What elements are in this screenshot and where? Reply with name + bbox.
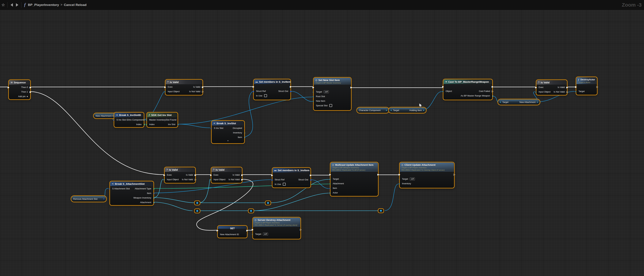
reroute-node[interactable]	[378, 209, 384, 213]
exec-in-pin[interactable]	[164, 86, 166, 88]
breadcrumb-root[interactable]: BP_PlayerInventory	[28, 3, 59, 7]
object-in-pin[interactable]	[312, 95, 314, 97]
object-out-pin[interactable]	[154, 197, 155, 199]
struct-in-pin[interactable]	[113, 119, 114, 121]
bool-out-pin[interactable]	[178, 119, 179, 121]
object-in-pin[interactable]	[329, 178, 330, 180]
breadcrumb-current[interactable]: Cancel Reload	[64, 3, 86, 7]
node-is-valid-4[interactable]: ? Is Valid Exec Is Valid Input Object Is…	[536, 80, 567, 95]
exec-in-pin[interactable]	[442, 85, 444, 88]
object-in-pin[interactable]	[210, 178, 211, 181]
node-get-new-attachment[interactable]: ● Target New Attachment ●	[498, 99, 540, 105]
exec-in-pin[interactable]	[252, 85, 254, 88]
reroute-node[interactable]	[195, 209, 200, 213]
object-out-pin[interactable]	[144, 119, 145, 121]
object-in-pin[interactable]	[398, 182, 400, 185]
object-out-pin[interactable]: ●	[423, 109, 424, 111]
node-is-valid-3[interactable]: ? Is Valid Exec Is Valid Input Object Is…	[211, 167, 242, 183]
exec-out-pin[interactable]	[241, 174, 243, 176]
bool-in-pin[interactable]	[312, 104, 314, 107]
reroute-node[interactable]	[195, 201, 200, 205]
node-destroy-actor[interactable]: ƒ DestroyActor Target is Actor Target	[576, 77, 597, 95]
object-in-pin[interactable]	[164, 178, 165, 181]
exec-out-pin[interactable]	[30, 86, 32, 88]
node-sequence[interactable]: ⇉ Sequence Then 0 Then 1 Add pin+	[9, 80, 30, 99]
bool-in-pin[interactable]	[252, 95, 254, 97]
exec-out-pin[interactable]	[492, 90, 494, 92]
node-set-members-invitem-2[interactable]: ▬ Set members in S_InvItem Struct Ref St…	[272, 168, 310, 188]
exec-out-pin[interactable]	[566, 91, 568, 93]
exec-out-pin[interactable]	[492, 85, 494, 88]
reroute-node[interactable]	[266, 201, 270, 205]
node-break-s-attachmentslot[interactable]: ≺ Break S_AttachmentSlot S Attachment Sl…	[110, 181, 154, 205]
int-out-pin[interactable]	[144, 123, 145, 125]
collapse-arrow-icon[interactable]: ▼	[212, 140, 244, 142]
node-set-new-slot-item[interactable]: ◇ Set New Slot Item Target is BP Master …	[314, 78, 351, 110]
exec-in-pin[interactable]	[210, 174, 212, 176]
forward-arrow-icon[interactable]	[16, 3, 18, 6]
reroute-node[interactable]	[248, 209, 254, 213]
object-in-pin[interactable]: ●	[500, 101, 501, 103]
struct-out-pin[interactable]	[290, 90, 292, 92]
object-out-pin[interactable]	[154, 201, 155, 203]
object-out-pin[interactable]	[244, 132, 246, 134]
exec-out-pin[interactable]	[194, 174, 196, 176]
exec-in-pin[interactable]	[8, 86, 10, 88]
exec-out-pin[interactable]	[202, 90, 204, 93]
bool-out-pin[interactable]	[244, 127, 246, 129]
object-in-pin[interactable]	[575, 90, 576, 92]
exec-out-pin[interactable]	[596, 86, 598, 88]
node-client-update-attachment[interactable]: ◇ Client Update Attachment Target is BP …	[400, 162, 454, 188]
object-out-pin[interactable]	[492, 95, 494, 97]
node-get-holding-item[interactable]: ● Target Holding Item ●	[389, 107, 426, 113]
exec-in-pin[interactable]	[329, 173, 331, 176]
node-break-s-invslot[interactable]: ≺ Break S_InvSlot S Inv Slot Occupied In…	[212, 121, 244, 143]
exec-out-pin[interactable]	[241, 178, 243, 181]
object-in-pin[interactable]	[535, 91, 536, 93]
node-server-destroy-attachment[interactable]: ◇ Server Destroy Attachment Target is BP…	[253, 218, 300, 239]
variable-get-character-component[interactable]: Character Component ●	[357, 107, 389, 113]
object-out-pin[interactable]: ●	[537, 101, 538, 103]
exec-in-pin[interactable]	[271, 174, 273, 176]
exec-out-pin[interactable]	[290, 85, 292, 88]
struct-in-pin[interactable]	[109, 188, 110, 190]
target-pin[interactable]	[252, 233, 253, 235]
favorite-star-icon[interactable]: ☆	[1, 2, 5, 7]
target-pin[interactable]	[312, 91, 314, 93]
exec-out-pin[interactable]	[350, 86, 352, 88]
object-in-pin[interactable]	[216, 233, 218, 236]
exec-out-pin[interactable]	[377, 173, 379, 176]
exec-out-pin[interactable]	[202, 86, 204, 88]
exec-out-pin[interactable]	[246, 229, 248, 232]
exec-out-pin[interactable]	[30, 91, 32, 93]
target-pin[interactable]	[398, 178, 400, 180]
object-in-pin[interactable]	[146, 119, 147, 121]
exec-out-pin[interactable]	[566, 86, 568, 88]
object-in-pin[interactable]	[329, 182, 330, 185]
object-out-pin[interactable]	[247, 233, 248, 236]
object-pin[interactable]	[164, 90, 166, 93]
exec-in-pin[interactable]	[535, 86, 537, 88]
exec-out-pin[interactable]	[310, 174, 312, 176]
object-out-pin[interactable]: ●	[103, 198, 104, 200]
node-set-members-invitem-1[interactable]: ▬ Set members in S_InvItem Struct Ref St…	[254, 79, 290, 100]
node-break-s-invslotid[interactable]: ≺ Break S_InvSlotID S Inv Slot ID Inv Co…	[114, 113, 144, 127]
object-in-pin[interactable]: ●	[390, 109, 392, 111]
int-in-pin[interactable]	[146, 123, 147, 125]
exec-out-pin[interactable]	[454, 173, 455, 176]
checkbox[interactable]	[283, 183, 286, 186]
exec-in-pin[interactable]	[252, 228, 254, 231]
checkbox[interactable]	[329, 104, 332, 107]
exec-out-pin[interactable]	[300, 228, 302, 231]
node-is-valid-1[interactable]: ? Is Valid Exec Is Valid Input Object Is…	[166, 80, 202, 95]
struct-ref-pin[interactable]	[271, 179, 273, 181]
object-in-pin[interactable]	[329, 187, 330, 189]
exec-in-pin[interactable]	[216, 229, 218, 232]
variable-get-new-attachment-id[interactable]: New Attachment ID ●	[94, 113, 117, 118]
struct-in-pin[interactable]	[210, 127, 212, 129]
object-in-pin[interactable]	[312, 100, 314, 102]
node-multicast-update-attachment-item[interactable]: ◇ Multicast Update Attachment Item Targe…	[330, 162, 378, 196]
object-in-pin[interactable]	[329, 192, 330, 194]
exec-in-pin[interactable]	[575, 86, 577, 88]
node-sgk-get-inv-slot[interactable]: ƒ SGK Get Inv Slot Master Inventory Slot…	[147, 113, 178, 127]
